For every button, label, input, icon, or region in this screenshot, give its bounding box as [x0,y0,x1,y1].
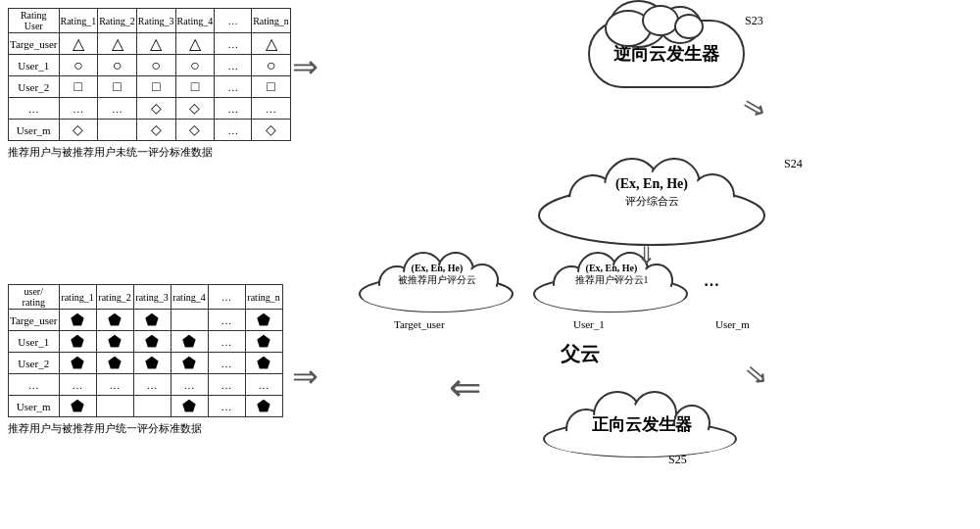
th-rating2: Rating_2 [98,9,137,33]
user-m-label: User_m [715,318,750,330]
th-user-rating: RatingUser [9,9,60,33]
user1-cloud-label: 推荐用户评分云1 [529,273,694,287]
target-cloud-exenhe: (Ex, En, He) [355,263,519,273]
bottom-rating-table: user/rating rating_1 rating_2 rating_3 r… [8,284,283,417]
arrow-forward-to-center: ⇒ [739,357,774,392]
th-rating1: Rating_1 [59,9,98,33]
forward-cloud-content: 正向云发生器 [541,392,743,436]
bth-ratingn: rating_n [245,285,282,310]
table-row: User_2 □ □ □ □ … □ [9,76,291,98]
bth-dots: … [208,285,245,310]
th-rating4: Rating_4 [175,9,215,33]
bth-user-rating: user/rating [9,285,60,310]
user1-cloud-content: (Ex, En, He) 推荐用户评分云1 [529,245,694,287]
table-row: Targe_user ⬟ ⬟ ⬟ … ⬟ [9,310,283,331]
center-cloud-content: (Ex, En, He) 评分综合云 [524,147,779,209]
forward-cloud-label: 正向云发生器 [541,413,743,436]
bottom-table-caption: 推荐用户与被推荐用户统一评分标准数据 [8,421,283,436]
table-row: … … … … … … … [9,374,283,396]
arrow-bottom-to-cloud: ⇒ [292,361,318,392]
arrow-top-to-reverse: ⇒ [292,51,318,82]
step-s25: S25 [668,453,687,467]
fu-yun-label: 父云 [561,341,600,367]
step-s24: S24 [784,157,803,171]
exenhe-main: (Ex, En, He) [524,176,779,192]
user-clouds-dots: … [704,272,719,290]
table-row: User_m ⬟ ⬟ … ⬟ [9,396,283,417]
user1-cloud-exenhe: (Ex, En, He) [529,263,694,273]
table-row: User_1 ⬟ ⬟ ⬟ ⬟ … ⬟ [9,331,283,353]
table-row: User_2 ⬟ ⬟ ⬟ ⬟ … ⬟ [9,353,283,374]
bth-rating2: rating_2 [96,285,133,310]
top-rating-table: RatingUser Rating_1 Rating_2 Rating_3 Ra… [8,8,291,141]
step-s23: S23 [745,14,763,28]
center-cloud-sublabel: 评分综合云 [524,194,779,209]
target-cloud-content: (Ex, En, He) 被推荐用户评分云 [355,245,519,287]
bth-rating3: rating_3 [133,285,171,310]
top-table-section: RatingUser Rating_1 Rating_2 Rating_3 Ra… [8,8,291,160]
bth-rating4: rating_4 [171,285,208,310]
table-row: Targe_user △ △ △ △ … △ [9,33,291,55]
bottom-table-section: user/rating rating_1 rating_2 rating_3 r… [8,284,283,436]
th-ratingn: Rating_n [252,9,291,33]
target-user-label: Target_user [394,318,445,330]
arrow-reverse-to-center: ⇒ [738,90,771,125]
table-row: User_1 ○ ○ ○ ○ … ○ [9,55,291,76]
th-dots: … [215,9,252,33]
top-table-caption: 推荐用户与被推荐用户未统一评分标准数据 [8,145,291,160]
th-rating3: Rating_3 [136,9,175,33]
arrow-subclouds-to-parent: ⇐ [449,368,482,408]
user1-label: User_1 [573,318,605,330]
table-row: User_m ◇ ◇ ◇ … ◇ [9,120,291,141]
table-row: … … … ◇ ◇ … … [9,98,291,120]
bth-rating1: rating_1 [59,285,96,310]
target-cloud-label: 被推荐用户评分云 [355,273,519,287]
